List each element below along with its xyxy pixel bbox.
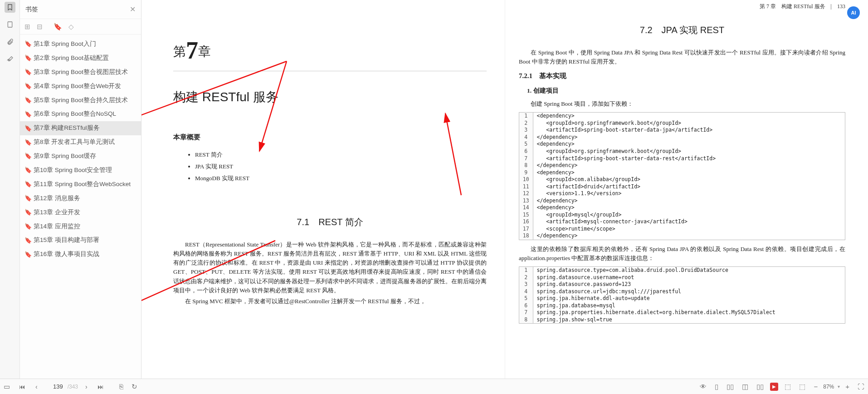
continuous-icon[interactable]: ▯▯ bbox=[725, 382, 736, 392]
code-block-deps: 1<dependency>2 <groupId>org.springframew… bbox=[519, 112, 845, 240]
last-page-button[interactable]: ⏭ bbox=[95, 382, 107, 391]
signature-icon[interactable] bbox=[5, 54, 15, 64]
panel-title: 书签 bbox=[25, 5, 38, 14]
para-7-1-a: REST（Representational State Transfer）是一种… bbox=[173, 240, 487, 295]
zoom-in-button[interactable]: + bbox=[844, 382, 851, 391]
bookmark-item[interactable]: 🔖第7章 构建RESTful服务 bbox=[20, 121, 141, 135]
bookmark-item[interactable]: 🔖第1章 Spring Boot入门 bbox=[20, 37, 141, 51]
bookmark-tab-icon[interactable] bbox=[5, 2, 15, 13]
left-iconbar bbox=[0, 0, 20, 394]
bookmark-list: 🔖第1章 Spring Boot入门🔖第2章 Spring Boot基础配置🔖第… bbox=[20, 34, 141, 394]
bookmark-icon: 🔖 bbox=[24, 251, 31, 259]
bookmark-icon: 🔖 bbox=[24, 222, 31, 231]
overview-heading: 本章概要 bbox=[173, 133, 487, 142]
bookmark-icon: 🔖 bbox=[24, 124, 31, 133]
bookmark-item[interactable]: 🔖第11章 Spring Boot整合WebSocket bbox=[20, 177, 141, 192]
facing-icon[interactable]: ◫ bbox=[740, 382, 750, 392]
fullscreen-icon[interactable]: ⛶ bbox=[856, 382, 866, 391]
layout-icon[interactable]: ▭ bbox=[2, 382, 12, 392]
bookmark-toolbar: ⊞ ⊟ 🔖 ◇ bbox=[20, 19, 141, 34]
para-7-1-b: 在 Spring MVC 框架中，开发者可以通过@RestController … bbox=[173, 297, 487, 306]
bookmark-item[interactable]: 🔖第9章 Spring Boot缓存 bbox=[20, 149, 141, 163]
bookmark-icon: 🔖 bbox=[24, 236, 31, 245]
zoom-out-button[interactable]: − bbox=[812, 382, 819, 391]
collapse-all-icon[interactable]: ⊟ bbox=[37, 23, 43, 31]
bookmark-item[interactable]: 🔖第8章 开发者工具与单元测试 bbox=[20, 135, 141, 149]
bookmark-icon: 🔖 bbox=[24, 208, 31, 217]
page-right: 第 7 章 构建 RESTful 服务 | 133 7.2 JPA 实现 RES… bbox=[505, 0, 868, 394]
bookmark-outline-icon[interactable]: ◇ bbox=[68, 23, 74, 31]
bookmark-label: 第10章 Spring Boot安全管理 bbox=[34, 166, 112, 175]
bookmark-label: 第4章 Spring Boot整合Web开发 bbox=[34, 82, 121, 91]
code-block-props: 1spring.datasource.type=com.alibaba.drui… bbox=[519, 266, 845, 324]
bookmark-icon: 🔖 bbox=[24, 152, 31, 160]
overview-bullets: REST 简介JPA 实现 RESTMongoDB 实现 REST bbox=[195, 149, 487, 184]
section-7-1-heading: 7.1 REST 简介 bbox=[173, 216, 487, 228]
status-bar: ▭ ⏮ ‹ /343 › ⏭ ⎘ ↻ 👁 ▯ ▯▯ ◫ ▯▯ ▶ ⬚ ⬚ − 8… bbox=[0, 379, 868, 394]
overview-bullet: MongoDB 实现 REST bbox=[195, 172, 487, 184]
bookmark-label: 第16章 微人事项目实战 bbox=[34, 250, 99, 259]
overview-bullet: JPA 实现 REST bbox=[195, 161, 487, 172]
bookmark-icon: 🔖 bbox=[24, 138, 31, 147]
section-7-2-1-heading: 7.2.1 基本实现 bbox=[519, 72, 845, 80]
play-button[interactable]: ▶ bbox=[770, 383, 778, 391]
prev-page-button[interactable]: ‹ bbox=[33, 382, 40, 391]
bookmarks-panel: 书签 ✕ ⊞ ⊟ 🔖 ◇ 🔖第1章 Spring Boot入门🔖第2章 Spri… bbox=[20, 0, 141, 394]
ai-assistant-badge[interactable]: AI bbox=[847, 6, 860, 19]
chapter-number: 第7章 bbox=[173, 36, 487, 64]
bookmark-item[interactable]: 🔖第16章 微人事项目实战 bbox=[20, 247, 141, 261]
page-thumb-icon[interactable] bbox=[5, 19, 15, 30]
bookmark-icon: 🔖 bbox=[24, 96, 31, 104]
chapter-title: 构建 RESTful 服务 bbox=[173, 89, 487, 106]
attachment-icon[interactable] bbox=[5, 36, 15, 47]
first-page-button[interactable]: ⏮ bbox=[16, 382, 28, 391]
bookmark-item[interactable]: 🔖第2章 Spring Boot基础配置 bbox=[20, 51, 141, 65]
bookmark-label: 第3章 Spring Boot整合视图层技术 bbox=[34, 68, 128, 77]
bookmark-icon: 🔖 bbox=[24, 180, 31, 188]
bookmark-label: 第5章 Spring Boot整合持久层技术 bbox=[34, 96, 128, 105]
running-head: 第 7 章 构建 RESTful 服务 | 133 bbox=[519, 3, 845, 10]
rotate-icon[interactable]: ↻ bbox=[130, 382, 139, 392]
read-aloud-icon[interactable]: 👁 bbox=[698, 382, 708, 391]
svg-rect-0 bbox=[8, 22, 12, 27]
bookmark-item[interactable]: 🔖第10章 Spring Boot安全管理 bbox=[20, 163, 141, 177]
bookmark-label: 第9章 Spring Boot缓存 bbox=[34, 152, 96, 161]
single-page-icon[interactable]: ▯ bbox=[713, 382, 720, 392]
bookmark-label: 第1章 Spring Boot入门 bbox=[34, 40, 96, 49]
bookmark-item[interactable]: 🔖第15章 项目构建与部署 bbox=[20, 233, 141, 247]
bookmark-icon: 🔖 bbox=[24, 82, 31, 90]
next-page-button[interactable]: › bbox=[83, 382, 90, 391]
para-props: 这里的依赖除了数据库相关的依赖外，还有 Spring Data JPA 的依赖以… bbox=[519, 245, 845, 263]
add-bookmark-icon[interactable]: 🔖 bbox=[54, 23, 62, 31]
bookmark-icon: 🔖 bbox=[24, 68, 31, 76]
bookmark-label: 第6章 Spring Boot整合NoSQL bbox=[34, 110, 116, 118]
overview-bullet: REST 简介 bbox=[195, 149, 487, 161]
close-icon[interactable]: ✕ bbox=[130, 5, 136, 14]
bookmark-item[interactable]: 🔖第3章 Spring Boot整合视图层技术 bbox=[20, 65, 141, 79]
tool-a-icon[interactable]: ⬚ bbox=[783, 382, 793, 392]
book-icon[interactable]: ▯▯ bbox=[755, 382, 766, 392]
bookmark-item[interactable]: 🔖第6章 Spring Boot整合NoSQL bbox=[20, 107, 141, 121]
bookmark-item[interactable]: 🔖第5章 Spring Boot整合持久层技术 bbox=[20, 94, 141, 108]
bookmark-icon: 🔖 bbox=[24, 110, 31, 118]
bookmark-item[interactable]: 🔖第4章 Spring Boot整合Web开发 bbox=[20, 79, 141, 94]
para-7-2-intro: 在 Spring Boot 中，使用 Spring Data JPA 和 Spr… bbox=[519, 48, 845, 66]
bookmark-label: 第15章 项目构建与部署 bbox=[34, 236, 99, 245]
expand-all-icon[interactable]: ⊞ bbox=[24, 23, 30, 31]
page-left: 第7章 构建 RESTful 服务 本章概要 REST 简介JPA 实现 RES… bbox=[141, 0, 505, 394]
bookmark-label: 第12章 消息服务 bbox=[34, 194, 80, 203]
bookmark-item[interactable]: 🔖第14章 应用监控 bbox=[20, 220, 141, 234]
bookmark-icon: 🔖 bbox=[24, 166, 31, 174]
bookmark-label: 第8章 开发者工具与单元测试 bbox=[34, 138, 115, 147]
zoom-dropdown-icon[interactable]: ▾ bbox=[838, 384, 840, 389]
tool-b-icon[interactable]: ⬚ bbox=[797, 382, 807, 392]
para-deps: 创建 Spring Boot 项目，添加如下依赖： bbox=[519, 99, 845, 108]
bookmark-item[interactable]: 🔖第13章 企业开发 bbox=[20, 206, 141, 220]
chapter-divider bbox=[173, 71, 487, 71]
bookmark-item[interactable]: 🔖第12章 消息服务 bbox=[20, 192, 141, 206]
page-number-input[interactable] bbox=[45, 383, 63, 390]
bookmark-label: 第13章 企业开发 bbox=[34, 208, 80, 217]
jump-icon[interactable]: ⎘ bbox=[117, 382, 125, 391]
step-heading: 1. 创建项目 bbox=[527, 87, 845, 95]
bookmark-label: 第2章 Spring Boot基础配置 bbox=[34, 54, 109, 63]
